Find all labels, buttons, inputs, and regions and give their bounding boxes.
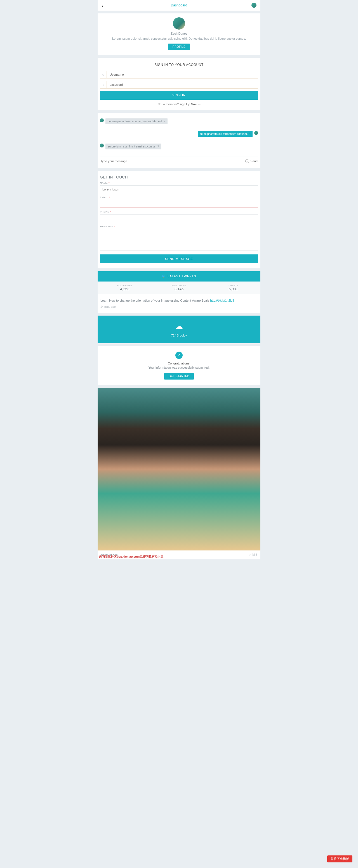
profile-avatar[interactable] xyxy=(173,17,185,30)
watermark-text: 访问仙鸟社区bbs.xieniao.com免费下载更多内容 xyxy=(98,554,165,559)
player-time: ♡ 4:35 xyxy=(248,553,257,556)
phone-field[interactable] xyxy=(100,215,258,222)
signin-button[interactable]: SIGN IN xyxy=(100,91,258,100)
username-input[interactable] xyxy=(107,71,258,78)
contact-card: GET IN TOUCH NAME * EMAIL * PHONE * MESS… xyxy=(98,171,260,269)
avatar xyxy=(100,144,104,148)
weather-card: ☁ 72° Brookly xyxy=(98,316,260,343)
chat-bubble: eu pretium risus. In sit amet est cursus… xyxy=(105,144,161,149)
send-icon[interactable]: → xyxy=(245,159,249,163)
email-field[interactable] xyxy=(100,200,258,208)
player-image xyxy=(98,388,260,551)
message-field[interactable] xyxy=(100,229,258,251)
stat-label: FOLLOWING xyxy=(155,284,203,287)
tweet-text: Learn How to change the orientation of y… xyxy=(101,298,257,303)
page-title: Dashboard xyxy=(98,3,260,7)
avatar xyxy=(254,131,258,135)
stat-value: 4,253 xyxy=(101,287,149,291)
send-button[interactable]: Send xyxy=(250,159,257,163)
profile-name: Zach Dunes xyxy=(103,32,255,35)
signup-link[interactable]: sign Up Now ➝ xyxy=(180,102,200,106)
name-field[interactable] xyxy=(100,185,258,193)
tweet-link[interactable]: http://bit.ly/1h2ki3 xyxy=(210,299,234,302)
stat-following: FOLLOWING 3,146 xyxy=(152,281,206,294)
tweets-stats: FOLLOWERS 4,253 FOLLOWING 3,146 TWEETS 6… xyxy=(98,281,260,294)
stat-tweets: TWEETS 6,981 xyxy=(206,281,260,294)
success-card: ✓ Congratulations! Your informtaion was … xyxy=(98,346,260,385)
chat-bubble: Nunc pharetra dui fermentum aliquam. xyxy=(198,131,253,137)
phone-label: PHONE * xyxy=(100,211,258,213)
profile-card: Zach Dunes Lorem ipsum dolor sit amet, c… xyxy=(98,13,260,55)
avatar[interactable] xyxy=(251,3,256,8)
success-desc: Your informtaion was successfully submit… xyxy=(103,366,255,369)
contact-title: GET IN TOUCH xyxy=(100,175,258,179)
tweet-time: 14 mins ago xyxy=(101,305,257,308)
profile-button[interactable]: PROFILE xyxy=(168,43,190,50)
get-started-button[interactable]: GET STARTED xyxy=(164,373,194,379)
username-row: ☺ xyxy=(100,71,258,79)
weather-icon: ☁ xyxy=(104,322,254,331)
signin-title: SIGN IN TO YOUR ACCOUNT xyxy=(100,63,258,67)
email-label: EMAIL * xyxy=(100,196,258,199)
send-message-button[interactable]: SEND MESSAGE xyxy=(100,254,258,264)
stat-label: TWEETS xyxy=(209,284,257,287)
chat-input-row: → Send xyxy=(100,156,258,166)
player-card: 访问仙鸟社区bbs.xieniao.com免费下载更多内容 Patel Bano… xyxy=(98,388,260,559)
signin-card: SIGN IN TO YOUR ACCOUNT ☺ ⌂ SIGN IN Not … xyxy=(98,58,260,110)
stat-value: 6,981 xyxy=(209,287,257,291)
chat-message-in: eu pretium risus. In sit amet est cursus… xyxy=(100,144,258,149)
chat-input[interactable] xyxy=(101,159,245,163)
stat-value: 3,146 xyxy=(155,287,203,291)
password-input[interactable] xyxy=(107,81,258,88)
header-bar: ‹ Dashboard xyxy=(98,0,260,10)
check-icon: ✓ xyxy=(175,351,183,359)
name-label: NAME * xyxy=(100,182,258,184)
message-label: MESSAGE * xyxy=(100,225,258,228)
weather-text: 72° Brookly xyxy=(104,334,254,337)
tweets-header: LATEST TWEETS xyxy=(98,271,260,281)
not-member-text: Not a member? xyxy=(158,102,180,106)
lock-icon: ⌂ xyxy=(100,81,107,88)
tweet-body: Learn How to change the orientation of y… xyxy=(98,294,260,313)
success-title: Congratulations! xyxy=(103,362,255,365)
chat-bubble: Lorem ipsum dolor sit amet, consectetur … xyxy=(105,118,168,124)
tweets-card: LATEST TWEETS FOLLOWERS 4,253 FOLLOWING … xyxy=(98,271,260,313)
profile-desc: Lorem ipsum dolor sit amet, consectetur … xyxy=(103,37,255,40)
password-row: ⌂ xyxy=(100,81,258,89)
chat-message-out: Nunc pharetra dui fermentum aliquam. xyxy=(100,131,258,137)
stat-followers: FOLLOWERS 4,253 xyxy=(98,281,152,294)
chat-message-in: Lorem ipsum dolor sit amet, consectetur … xyxy=(100,118,258,124)
avatar xyxy=(100,118,104,122)
stat-label: FOLLOWERS xyxy=(101,284,149,287)
chat-card: Lorem ipsum dolor sit amet, consectetur … xyxy=(98,113,260,168)
signup-line: Not a member? sign Up Now ➝ xyxy=(100,102,258,106)
user-icon: ☺ xyxy=(100,71,107,78)
